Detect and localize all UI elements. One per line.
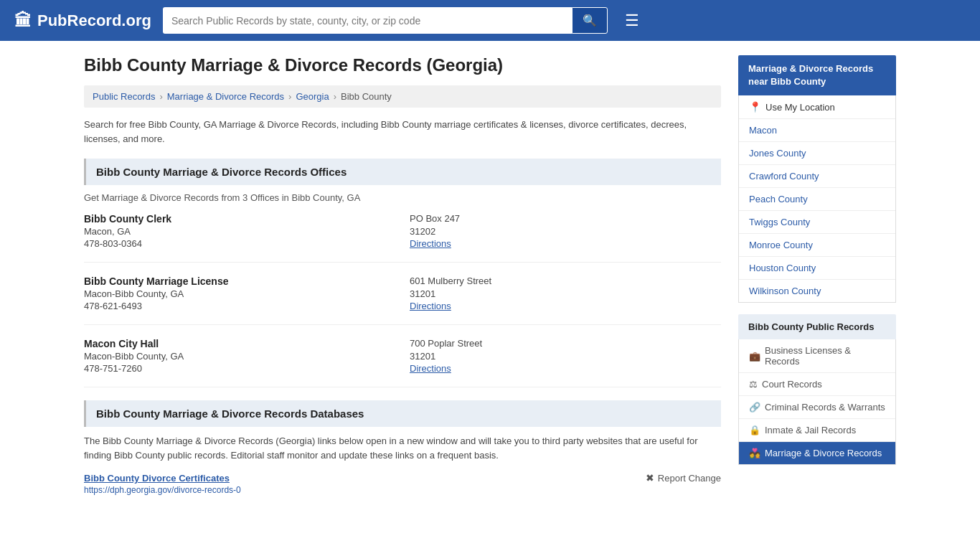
nearby-header: Marriage & Divorce Records near Bibb Cou…	[738, 55, 896, 95]
offices-section-header: Bibb County Marriage & Divorce Records O…	[84, 159, 721, 185]
sidebar-record-court[interactable]: ⚖ Court Records	[739, 373, 895, 396]
office-entry-1: Bibb County Clerk PO Box 247 Macon, GA 3…	[84, 213, 721, 263]
databases-section-header: Bibb County Marriage & Divorce Records D…	[84, 400, 721, 427]
sidebar-item-twiggs-county[interactable]: Twiggs County	[739, 211, 895, 234]
office-1-directions[interactable]: Directions	[410, 238, 721, 249]
public-records-header: Bibb County Public Records	[738, 314, 896, 339]
report-change-label: Report Change	[658, 473, 721, 484]
office-3-name: Macon City Hall	[84, 338, 395, 349]
office-2-directions[interactable]: Directions	[410, 301, 721, 311]
db-link-1[interactable]: Bibb County Divorce Certificates	[84, 473, 230, 484]
office-2-name: Bibb County Marriage License	[84, 276, 395, 287]
office-2-city: Macon-Bibb County, GA	[84, 288, 395, 299]
sidebar-item-houston-county[interactable]: Houston County	[739, 257, 895, 280]
report-change-1[interactable]: ✖ Report Change	[646, 472, 721, 484]
office-2-po: 601 Mulberry Street	[410, 276, 721, 287]
office-3-city: Macon-Bibb County, GA	[84, 351, 395, 362]
office-3-po: 700 Poplar Street	[410, 338, 721, 349]
breadcrumb-bibb-county: Bibb County	[341, 91, 392, 102]
offices-subtext: Get Marriage & Divorce Records from 3 Of…	[84, 192, 721, 203]
sidebar-item-wilkinson-county[interactable]: Wilkinson County	[739, 280, 895, 302]
search-bar: 🔍	[163, 7, 608, 34]
sidebar-record-business[interactable]: 💼 Business Licenses & Records	[739, 339, 895, 373]
office-3-zip: 31201	[410, 351, 721, 362]
office-1-po: PO Box 247	[410, 213, 721, 225]
database-entry-1: Bibb County Divorce Certificates https:/…	[84, 472, 721, 495]
breadcrumb-georgia[interactable]: Georgia	[296, 91, 329, 102]
office-3-phone: 478-751-7260	[84, 363, 395, 374]
search-input[interactable]	[163, 7, 572, 34]
page-title: Bibb County Marriage & Divorce Records (…	[84, 55, 721, 75]
page-description: Search for free Bibb County, GA Marriage…	[84, 118, 721, 146]
office-1-city: Macon, GA	[84, 226, 395, 237]
hamburger-menu[interactable]: ☰	[625, 11, 639, 30]
logo-area[interactable]: 🏛 PubRecord.org	[14, 11, 151, 31]
criminal-icon: 🔗	[749, 402, 760, 413]
main-container: Bibb County Marriage & Divorce Records (…	[67, 41, 913, 512]
inmate-icon: 🔒	[749, 425, 760, 435]
office-1-phone: 478-803-0364	[84, 238, 395, 249]
db-url-1[interactable]: https://dph.georgia.gov/divorce-records-…	[84, 485, 241, 495]
site-header: 🏛 PubRecord.org 🔍 ☰	[0, 0, 980, 41]
sidebar-record-criminal[interactable]: 🔗 Criminal Records & Warrants	[739, 396, 895, 419]
location-icon: 📍	[749, 101, 761, 113]
office-entry-2: Bibb County Marriage License 601 Mulberr…	[84, 276, 721, 325]
nearby-list: 📍 Use My Location Macon Jones County Cra…	[738, 95, 896, 303]
content-area: Bibb County Marriage & Divorce Records (…	[84, 55, 721, 498]
use-location-label: Use My Location	[765, 102, 835, 113]
office-1-zip: 31202	[410, 226, 721, 237]
sidebar-use-location[interactable]: 📍 Use My Location	[739, 95, 895, 119]
report-icon: ✖	[646, 472, 654, 484]
breadcrumb-marriage-divorce[interactable]: Marriage & Divorce Records	[167, 91, 284, 102]
breadcrumb-sep1: ›	[159, 91, 162, 102]
sidebar-item-monroe-county[interactable]: Monroe County	[739, 234, 895, 257]
breadcrumb-public-records[interactable]: Public Records	[93, 91, 155, 102]
databases-description: The Bibb County Marriage & Divorce Recor…	[84, 434, 721, 462]
office-2-phone: 478-621-6493	[84, 301, 395, 311]
office-1-name: Bibb County Clerk	[84, 213, 395, 225]
breadcrumb-sep2: ›	[288, 91, 291, 102]
sidebar: Marriage & Divorce Records near Bibb Cou…	[738, 55, 896, 498]
marriage-icon: 💑	[749, 448, 760, 458]
logo-text: PubRecord.org	[37, 11, 151, 30]
sidebar-record-inmate[interactable]: 🔒 Inmate & Jail Records	[739, 419, 895, 442]
sidebar-item-macon[interactable]: Macon	[739, 119, 895, 142]
breadcrumb-sep3: ›	[334, 91, 336, 102]
sidebar-item-crawford-county[interactable]: Crawford County	[739, 165, 895, 188]
office-entry-3: Macon City Hall 700 Poplar Street Macon-…	[84, 338, 721, 387]
logo-icon: 🏛	[14, 11, 32, 31]
sidebar-item-peach-county[interactable]: Peach County	[739, 188, 895, 211]
office-3-directions[interactable]: Directions	[410, 363, 721, 374]
business-icon: 💼	[749, 351, 760, 362]
breadcrumb: Public Records › Marriage & Divorce Reco…	[84, 85, 721, 108]
sidebar-item-jones-county[interactable]: Jones County	[739, 142, 895, 165]
search-button[interactable]: 🔍	[572, 7, 608, 34]
sidebar-record-marriage[interactable]: 💑 Marriage & Divorce Records	[739, 442, 895, 464]
court-icon: ⚖	[749, 379, 758, 390]
public-records-list: 💼 Business Licenses & Records ⚖ Court Re…	[738, 339, 896, 465]
db-entry-left: Bibb County Divorce Certificates https:/…	[84, 472, 241, 495]
office-2-zip: 31201	[410, 288, 721, 299]
